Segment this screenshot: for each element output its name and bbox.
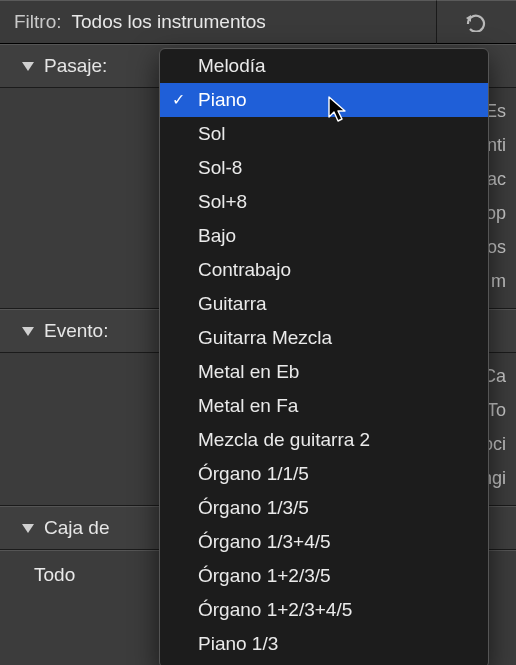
- menu-item-label: Órgano 1/3/5: [198, 497, 309, 519]
- menu-item-label: Guitarra Mezcla: [198, 327, 332, 349]
- menu-item[interactable]: ✓Piano: [160, 83, 488, 117]
- chevron-down-icon: [22, 327, 34, 336]
- menu-item-label: Mezcla de guitarra 2: [198, 429, 370, 451]
- section-evento-label: Evento:: [44, 320, 108, 342]
- filter-label: Filtro:: [14, 11, 62, 33]
- menu-item[interactable]: Órgano 1/3/5: [160, 491, 488, 525]
- menu-item[interactable]: Melodía: [160, 49, 488, 83]
- menu-item[interactable]: Metal en Eb: [160, 355, 488, 389]
- menu-item[interactable]: Contrabajo: [160, 253, 488, 287]
- menu-item-label: Órgano 1/1/5: [198, 463, 309, 485]
- chevron-down-icon: [22, 524, 34, 533]
- menu-item[interactable]: Piano 1/3: [160, 627, 488, 661]
- loop-button[interactable]: [436, 0, 516, 44]
- staff-style-menu[interactable]: Melodía✓PianoSolSol-8Sol+8BajoContrabajo…: [159, 48, 489, 665]
- caja-todo-label: Todo: [34, 564, 75, 586]
- inspector-window: Filtro: Todos los instrumentos Pasaje: E…: [0, 0, 516, 665]
- menu-item-label: Órgano 1+2/3/5: [198, 565, 331, 587]
- section-caja-label: Caja de: [44, 517, 110, 539]
- menu-item-label: Sol+8: [198, 191, 247, 213]
- menu-item[interactable]: Sol+8: [160, 185, 488, 219]
- menu-item-label: Guitarra: [198, 293, 267, 315]
- menu-item[interactable]: Órgano 1+2/3/5: [160, 559, 488, 593]
- menu-item-label: Metal en Eb: [198, 361, 299, 383]
- menu-item[interactable]: Sol-8: [160, 151, 488, 185]
- menu-item[interactable]: Metal en Fa: [160, 389, 488, 423]
- menu-item[interactable]: Sol: [160, 117, 488, 151]
- menu-item-label: Melodía: [198, 55, 266, 77]
- menu-item-label: Contrabajo: [198, 259, 291, 281]
- menu-item[interactable]: Piano 1/3+4: [160, 661, 488, 665]
- menu-item-label: Órgano 1/3+4/5: [198, 531, 331, 553]
- chevron-down-icon: [22, 62, 34, 71]
- menu-item-label: Órgano 1+2/3+4/5: [198, 599, 352, 621]
- loop-icon: [464, 12, 490, 32]
- menu-item-label: Sol: [198, 123, 225, 145]
- menu-item[interactable]: Guitarra Mezcla: [160, 321, 488, 355]
- menu-item-label: Piano: [198, 89, 247, 111]
- menu-item-label: Metal en Fa: [198, 395, 298, 417]
- section-pasaje-label: Pasaje:: [44, 55, 107, 77]
- menu-item[interactable]: Bajo: [160, 219, 488, 253]
- menu-item-label: Sol-8: [198, 157, 242, 179]
- menu-item[interactable]: Órgano 1/1/5: [160, 457, 488, 491]
- menu-item[interactable]: Guitarra: [160, 287, 488, 321]
- menu-item[interactable]: Órgano 1/3+4/5: [160, 525, 488, 559]
- menu-item-label: Piano 1/3: [198, 633, 278, 655]
- menu-item[interactable]: Mezcla de guitarra 2: [160, 423, 488, 457]
- checkmark-icon: ✓: [172, 90, 185, 109]
- menu-item[interactable]: Órgano 1+2/3+4/5: [160, 593, 488, 627]
- menu-item-label: Bajo: [198, 225, 236, 247]
